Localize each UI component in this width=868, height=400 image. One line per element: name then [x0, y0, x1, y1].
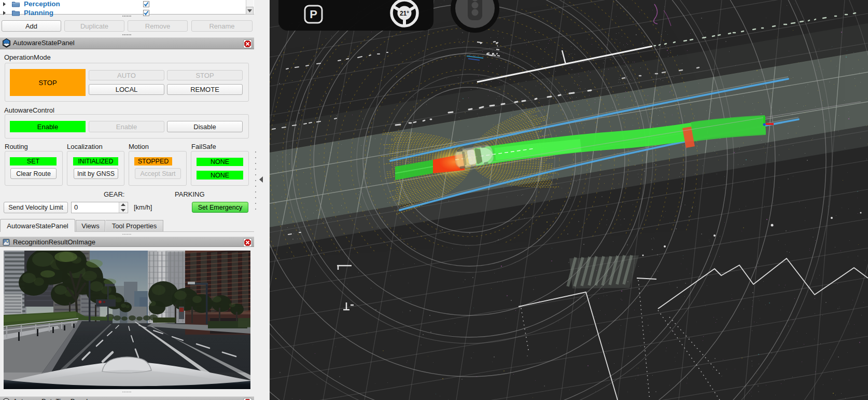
svg-text:21°: 21° [400, 10, 409, 17]
svg-text:P: P [310, 8, 317, 21]
